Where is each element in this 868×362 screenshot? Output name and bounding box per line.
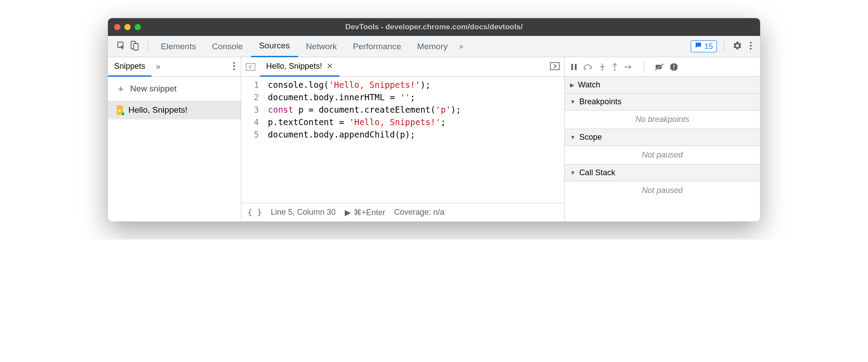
snippet-item-label: Hello, Snippets! xyxy=(128,105,187,115)
svg-rect-10 xyxy=(550,63,559,70)
pause-exceptions-icon[interactable] xyxy=(670,63,678,71)
step-out-icon[interactable] xyxy=(612,63,618,71)
debug-panels: ▶Watch ▼Breakpoints No breakpoints ▼Scop… xyxy=(565,57,760,221)
snippet-file-icon xyxy=(116,105,124,115)
deactivate-breakpoints-icon[interactable] xyxy=(655,63,664,71)
more-tabs-button[interactable]: » xyxy=(456,43,467,51)
svg-point-5 xyxy=(750,48,752,50)
breakpoints-section-header[interactable]: ▼Breakpoints xyxy=(565,94,760,110)
run-snippet-button[interactable]: ▶ ⌘+Enter xyxy=(345,208,386,217)
plus-icon: ＋ xyxy=(116,82,126,95)
svg-point-4 xyxy=(750,45,752,47)
scope-label: Scope xyxy=(579,133,602,142)
issues-badge[interactable]: 15 xyxy=(691,40,717,52)
svg-point-15 xyxy=(614,69,616,71)
window-title: DevTools - developer.chrome.com/docs/dev… xyxy=(108,23,760,31)
new-snippet-button[interactable]: ＋ New snippet xyxy=(108,77,241,101)
pause-icon[interactable] xyxy=(571,63,577,71)
step-over-icon[interactable] xyxy=(583,63,593,71)
chevron-down-icon: ▼ xyxy=(570,169,576,176)
svg-point-6 xyxy=(233,62,235,64)
tab-performance[interactable]: Performance xyxy=(345,36,409,57)
svg-point-13 xyxy=(584,68,586,70)
separator xyxy=(148,41,148,52)
svg-rect-2 xyxy=(134,43,138,50)
svg-point-16 xyxy=(625,66,626,68)
tab-memory[interactable]: Memory xyxy=(409,36,456,57)
chevron-down-icon: ▼ xyxy=(570,134,576,141)
tab-elements[interactable]: Elements xyxy=(153,36,204,57)
cursor-position: Line 5, Column 30 xyxy=(271,208,336,217)
editor-footer: { } Line 5, Column 30 ▶ ⌘+Enter Coverage… xyxy=(241,203,564,221)
callstack-section-header[interactable]: ▼Call Stack xyxy=(565,165,760,181)
run-shortcut: ⌘+Enter xyxy=(354,208,386,217)
code-lines: console.log('Hello, Snippets!');document… xyxy=(263,79,461,201)
snippet-item[interactable]: Hello, Snippets! xyxy=(108,101,241,119)
content-area: Snippets » ＋ New snippet Hello, Snippets… xyxy=(108,57,760,221)
step-into-icon[interactable] xyxy=(599,63,605,71)
editor-tab[interactable]: Hello, Snippets! ✕ xyxy=(260,57,339,77)
tab-sources[interactable]: Sources xyxy=(251,36,298,57)
separator xyxy=(724,41,725,52)
close-tab-icon[interactable]: ✕ xyxy=(326,61,333,71)
settings-button[interactable] xyxy=(729,41,746,52)
svg-point-14 xyxy=(601,69,603,71)
svg-rect-9 xyxy=(246,63,255,71)
devtools-window: DevTools - developer.chrome.com/docs/dev… xyxy=(108,18,760,222)
editor-tab-label: Hello, Snippets! xyxy=(266,62,322,71)
kebab-menu-button[interactable] xyxy=(746,41,756,52)
svg-rect-12 xyxy=(575,64,577,70)
coverage-label: Coverage: n/a xyxy=(394,208,444,217)
svg-rect-20 xyxy=(673,68,674,69)
breakpoints-label: Breakpoints xyxy=(579,97,621,106)
new-snippet-label: New snippet xyxy=(130,84,177,94)
pretty-print-button[interactable]: { } xyxy=(247,208,262,217)
tab-console[interactable]: Console xyxy=(204,36,251,57)
code-area[interactable]: 12345 console.log('Hello, Snippets!');do… xyxy=(241,77,564,203)
sidebar-kebab-menu[interactable] xyxy=(227,62,241,72)
snippets-tab[interactable]: Snippets xyxy=(108,57,151,77)
issues-count: 15 xyxy=(705,42,713,51)
svg-point-8 xyxy=(233,68,235,70)
editor-header: Hello, Snippets! ✕ xyxy=(241,57,564,77)
tab-network[interactable]: Network xyxy=(298,36,345,57)
editor: Hello, Snippets! ✕ 12345 console.log('He… xyxy=(241,57,565,221)
nav-forward-icon[interactable] xyxy=(550,62,560,72)
play-icon: ▶ xyxy=(345,208,351,217)
chevron-right-icon: ▶ xyxy=(570,82,574,88)
svg-rect-19 xyxy=(673,65,674,67)
watch-label: Watch xyxy=(578,80,600,90)
debug-toolbar xyxy=(565,57,760,77)
titlebar: DevTools - developer.chrome.com/docs/dev… xyxy=(108,18,760,36)
step-icon[interactable] xyxy=(624,64,633,70)
inspect-icon[interactable] xyxy=(117,41,126,52)
callstack-label: Call Stack xyxy=(579,168,615,177)
chevron-down-icon: ▼ xyxy=(570,98,576,105)
device-toggle-icon[interactable] xyxy=(130,41,139,52)
separator xyxy=(644,61,644,73)
svg-point-3 xyxy=(750,42,752,43)
callstack-body: Not paused xyxy=(565,181,760,200)
sidebar-more-tabs[interactable]: » xyxy=(151,62,165,71)
unsaved-indicator-icon xyxy=(121,112,125,116)
svg-point-7 xyxy=(233,65,235,67)
nav-back-icon[interactable] xyxy=(246,63,255,71)
breakpoints-body: No breakpoints xyxy=(565,110,760,129)
scope-section-header[interactable]: ▼Scope xyxy=(565,129,760,146)
speech-bubble-icon xyxy=(695,42,702,51)
scope-body: Not paused xyxy=(565,146,760,165)
sidebar: Snippets » ＋ New snippet Hello, Snippets… xyxy=(108,57,241,221)
watch-section-header[interactable]: ▶Watch xyxy=(565,77,760,94)
svg-rect-11 xyxy=(571,64,573,70)
line-gutter: 12345 xyxy=(241,79,263,201)
sidebar-header: Snippets » xyxy=(108,57,241,77)
main-tab-bar: Elements Console Sources Network Perform… xyxy=(108,36,760,57)
